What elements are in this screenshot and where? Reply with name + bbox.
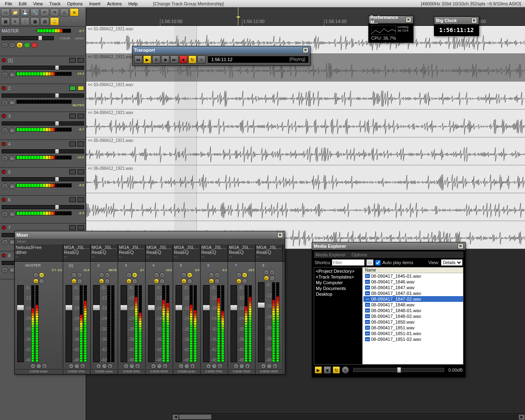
me-file-item[interactable]: xm08-090417_1847-02.wav bbox=[363, 296, 463, 302]
mixer-mon-0[interactable]: 🔈 bbox=[36, 363, 41, 369]
mixer-fader-8[interactable] bbox=[258, 282, 265, 362]
mixer-env-3[interactable]: ∿ bbox=[132, 278, 137, 284]
tb-lock2[interactable]: 🔒 bbox=[50, 17, 59, 25]
mixer-rec-0[interactable]: ● bbox=[30, 363, 36, 369]
mixer-io-2[interactable]: io bbox=[99, 272, 104, 278]
me-io-button[interactable]: io bbox=[342, 366, 349, 374]
mixer-env-7[interactable]: ∿ bbox=[242, 278, 247, 284]
track-lane-7[interactable] bbox=[86, 193, 525, 221]
mixer-phase-4[interactable]: Ø bbox=[160, 272, 165, 278]
mixer-io-8[interactable]: io bbox=[264, 269, 269, 275]
tb-new[interactable]: ▭ bbox=[1, 8, 10, 16]
track-solo-6[interactable] bbox=[78, 197, 84, 202]
media-explorer-titlebar[interactable]: Media Explorer ✕ bbox=[312, 242, 465, 250]
track-mute-1[interactable] bbox=[69, 58, 76, 63]
mixer-fx-5[interactable]: fx bbox=[181, 278, 187, 284]
me-file-item[interactable]: xm08-090417_1851-01.wav bbox=[363, 331, 463, 336]
menu-edit[interactable]: Edit bbox=[16, 1, 30, 7]
transport-time-display[interactable]: 1:56:11:12 [Playing] bbox=[208, 56, 308, 63]
track-lane-4[interactable]: << 04-090412_1921.wav bbox=[86, 110, 525, 137]
mixer-mon-5[interactable]: 🔈 bbox=[184, 363, 189, 369]
mixer-rec-7[interactable]: ● bbox=[233, 363, 239, 369]
mixer-rec-3[interactable]: ● bbox=[123, 363, 129, 369]
track-solo-1[interactable] bbox=[78, 58, 84, 63]
mixer-phase-3[interactable]: Ø bbox=[132, 272, 137, 278]
mixer-pan-8[interactable]: ◐ bbox=[272, 363, 278, 369]
track-mute-6[interactable] bbox=[69, 197, 76, 202]
master-volume-fader[interactable] bbox=[2, 36, 54, 40]
mixer-strip-3[interactable]: 3 -8.7 io Ø fx ∿ -6--12--18--24--30--36-… bbox=[118, 262, 146, 374]
me-file-item[interactable]: xm08-090417_1847.wav bbox=[363, 285, 463, 290]
hscroll-left[interactable]: ◀ bbox=[172, 414, 179, 420]
mixer-fader-6[interactable] bbox=[203, 285, 210, 362]
transport-play-button[interactable]: ▶ bbox=[143, 55, 151, 64]
track-solo-5[interactable] bbox=[78, 169, 84, 174]
big-clock-titlebar[interactable]: Big Clock ✕ bbox=[434, 17, 479, 24]
tb-undo[interactable]: ↶ bbox=[40, 8, 49, 16]
mixer-solo-1[interactable] bbox=[84, 263, 89, 267]
track-mute-3[interactable] bbox=[69, 114, 76, 119]
track-header-6[interactable]: 6 io 🔈 -6.4 bbox=[0, 196, 86, 224]
track-mute-5[interactable] bbox=[69, 169, 76, 174]
track-solo-2[interactable] bbox=[78, 86, 84, 91]
mixer-solo-8[interactable] bbox=[277, 263, 282, 267]
mixer-phase-5[interactable]: Ø bbox=[187, 272, 192, 278]
mixer-mute-6[interactable] bbox=[216, 263, 221, 267]
mixer-io-1[interactable]: io bbox=[71, 272, 77, 278]
mixer-fader-2[interactable] bbox=[93, 285, 100, 362]
track-rec-arm-6[interactable] bbox=[2, 198, 6, 202]
track-rec-arm-1[interactable] bbox=[2, 58, 6, 62]
track-rec-arm-4[interactable] bbox=[2, 142, 6, 146]
track-speaker-3[interactable]: 🔈 bbox=[9, 128, 16, 133]
mixer-fader-0[interactable] bbox=[17, 285, 24, 362]
mixer-strip-master[interactable]: MASTER -5.7 -6.5 io Ø fx ∿ -6--12--18--2… bbox=[15, 262, 63, 374]
mixer-rec-2[interactable]: ● bbox=[96, 363, 101, 369]
track-header-3[interactable]: 3 io 🔈 -8.7 bbox=[0, 112, 86, 140]
me-list-header-name[interactable]: Name bbox=[363, 267, 463, 273]
mixer-solo-7[interactable] bbox=[249, 263, 254, 267]
mixer-env-5[interactable]: ∿ bbox=[187, 278, 192, 284]
mixer-mon-3[interactable]: 🔈 bbox=[129, 363, 135, 369]
mixer-strip-8[interactable]: 8 io Ø fx ∿ -6--12--18--24--30--36--42--… bbox=[256, 262, 283, 374]
mixer-env-8[interactable]: ∿ bbox=[269, 276, 275, 281]
horizontal-scrollbar[interactable]: ◀ ▶ bbox=[172, 413, 525, 420]
mixer-strip-6[interactable]: 6 -6.4 io Ø fx ∿ -6--12--18--24--30--36-… bbox=[201, 262, 228, 374]
mixer-io-6[interactable]: io bbox=[209, 272, 214, 278]
me-file-item[interactable]: xm08-090417_1851.wav bbox=[363, 325, 463, 331]
track-lane-3[interactable]: << 03-090412_1921.wav bbox=[86, 82, 525, 110]
track-rec-arm-7[interactable] bbox=[2, 226, 6, 230]
mixer-fx-6[interactable]: fx bbox=[209, 278, 214, 284]
menu-help[interactable]: Help bbox=[125, 1, 141, 7]
mixer-phase-6[interactable]: Ø bbox=[215, 272, 220, 278]
me-file-list[interactable]: Name xm08-090417_1845-01.wavxm08-090417_… bbox=[363, 267, 463, 364]
mixer-fx-1[interactable]: fx bbox=[71, 278, 77, 284]
mixer-io-0[interactable]: io bbox=[33, 272, 39, 278]
transport-close-button[interactable]: ✕ bbox=[303, 47, 308, 53]
tb-settings[interactable]: 🔧 bbox=[30, 8, 39, 16]
transport-window[interactable]: Transport ✕ ⏮ ▶ ⏸ ■ ⏭ ● ↻ ∿ 1:56:11:12 [… bbox=[132, 46, 310, 66]
mixer-pan-2[interactable]: ◐ bbox=[107, 363, 113, 369]
track-header-4[interactable]: 4 io 🔈 -10.6 bbox=[0, 140, 86, 168]
mixer-titlebar[interactable]: Mixer ✕ bbox=[15, 231, 285, 239]
me-browse-button[interactable]: ... bbox=[366, 259, 374, 266]
mixer-mon-8[interactable]: 🔈 bbox=[267, 363, 272, 369]
mixer-pan-1[interactable]: ◐ bbox=[80, 363, 85, 369]
me-file-item[interactable]: xm08-090417_1851-02.wav bbox=[363, 336, 463, 342]
mixer-mute-5[interactable] bbox=[189, 263, 194, 267]
mixer-pan-0[interactable]: ◐ bbox=[42, 363, 47, 369]
me-file-item[interactable]: xm08-090417_1848.wav bbox=[363, 302, 463, 308]
mixer-mute-4[interactable] bbox=[161, 263, 166, 267]
mixer-phase-7[interactable]: Ø bbox=[242, 272, 247, 278]
mixer-fx-slot-8[interactable]: MGA_JSLimiteReaEQFx bbox=[256, 244, 283, 261]
me-file-item[interactable]: xm08-090417_1850.wav bbox=[363, 319, 463, 325]
hscroll-right[interactable]: ▶ bbox=[518, 414, 525, 420]
mixer-phase-8[interactable]: Ø bbox=[269, 269, 275, 275]
mixer-strip-2[interactable]: 2 MUTE io Ø fx ∿ -6--12--18--24--30--36-… bbox=[91, 262, 118, 374]
menu-insert[interactable]: Insert bbox=[86, 1, 104, 7]
mixer-env-6[interactable]: ∿ bbox=[215, 278, 220, 284]
track-speaker-5[interactable]: 🔈 bbox=[9, 183, 16, 189]
mixer-strip-1[interactable]: [1] -15.4 io Ø fx ∿ -6--12--18--24--30--… bbox=[63, 262, 91, 374]
track-speaker-2[interactable]: 🔈 bbox=[9, 100, 16, 105]
tb-grid-b[interactable]: ≡ bbox=[11, 17, 20, 25]
me-tree-item[interactable]: My Documents bbox=[315, 285, 361, 291]
